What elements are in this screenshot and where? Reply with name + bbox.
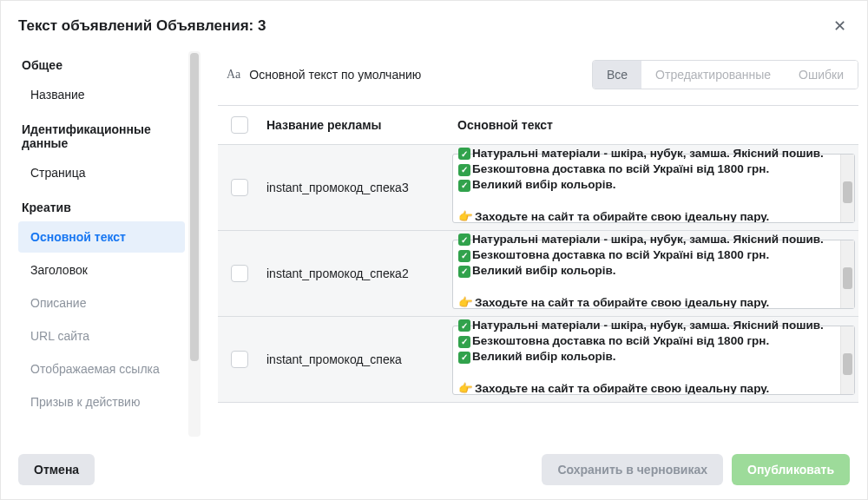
textarea-scrollbar[interactable] xyxy=(840,155,854,222)
row-checkbox[interactable] xyxy=(231,179,248,196)
primary-text-textarea[interactable]: ✓Натуральні матеріали - шкіра, нубук, за… xyxy=(452,326,855,395)
sidebar: Общее Название Идентификационные данные … xyxy=(18,48,188,440)
toolbar-label: Основной текст по умолчанию xyxy=(249,68,421,82)
primary-text-textarea[interactable]: ✓Натуральні матеріали - шкіра, нубук, за… xyxy=(452,154,855,223)
ads-table: Название рекламы Основной текст instant_… xyxy=(218,105,858,440)
section-head-creative: Креатив xyxy=(18,190,185,220)
sidebar-item-headline[interactable]: Заголовок xyxy=(18,254,185,286)
textarea-content: ✓Натуральні матеріали - шкіра, нубук, за… xyxy=(453,145,840,222)
sidebar-scroll-thumb[interactable] xyxy=(190,53,199,361)
sidebar-item-primary-text[interactable]: Основной текст xyxy=(18,221,185,253)
row-name: instant_промокод_спека3 xyxy=(261,168,452,207)
close-icon[interactable]: ✕ xyxy=(830,13,850,39)
check-emoji-icon: ✓ xyxy=(458,148,470,160)
footer-right: Сохранить в черновиках Опубликовать xyxy=(542,454,850,485)
check-emoji-icon: ✓ xyxy=(458,319,470,332)
sidebar-item-cta[interactable]: Призыв к действию xyxy=(18,386,185,418)
check-emoji-icon: ✓ xyxy=(458,250,470,262)
dialog-title: Текст объявлений Объявления: 3 xyxy=(18,17,266,35)
head-check-cell xyxy=(218,106,261,144)
table-body: instant_промокод_спека3 ✓Натуральні мате… xyxy=(218,145,858,440)
dialog-footer: Отмена Сохранить в черновиках Опубликова… xyxy=(1,440,867,499)
pointing-emoji-icon: 👉 xyxy=(458,382,473,394)
main-panel: Aa Основной текст по умолчанию Все Отред… xyxy=(201,48,858,440)
dialog-body: Общее Название Идентификационные данные … xyxy=(1,48,867,440)
row-name: instant_промокод_спека2 xyxy=(261,254,452,293)
textarea-scroll-thumb[interactable] xyxy=(843,353,852,375)
save-draft-button[interactable]: Сохранить в черновиках xyxy=(542,454,723,485)
toolbar: Aa Основной текст по умолчанию Все Отред… xyxy=(218,48,858,105)
filter-all-button[interactable]: Все xyxy=(593,61,641,89)
section-head-ident: Идентификационные данные xyxy=(18,112,185,155)
row-checkbox[interactable] xyxy=(231,351,248,368)
table-row: instant_промокод_спека3 ✓Натуральні мате… xyxy=(218,145,858,231)
textarea-scroll-thumb[interactable] xyxy=(843,267,852,289)
textarea-scrollbar[interactable] xyxy=(840,240,854,308)
table-row: instant_промокод_спека2 ✓Натуральні мате… xyxy=(218,231,858,317)
head-text: Основной текст xyxy=(452,106,858,144)
textarea-scrollbar[interactable] xyxy=(840,326,854,394)
filter-edited-button[interactable]: Отредактированные xyxy=(641,61,785,89)
section-head-general: Общее xyxy=(18,48,185,77)
sidebar-item-name[interactable]: Название xyxy=(18,79,185,110)
dialog: Текст объявлений Объявления: 3 ✕ Общее Н… xyxy=(0,0,868,500)
sidebar-item-page[interactable]: Страница xyxy=(18,157,185,188)
check-emoji-icon: ✓ xyxy=(458,336,470,348)
check-emoji-icon: ✓ xyxy=(458,180,470,192)
sidebar-item-website-url[interactable]: URL сайта xyxy=(18,320,185,352)
check-emoji-icon: ✓ xyxy=(458,352,470,364)
text-icon: Aa xyxy=(227,68,240,82)
row-name: instant_промокод_спека xyxy=(261,340,452,378)
pointing-emoji-icon: 👉 xyxy=(458,296,473,308)
primary-text-textarea[interactable]: ✓Натуральні матеріали - шкіра, нубук, за… xyxy=(452,240,855,309)
publish-button[interactable]: Опубликовать xyxy=(732,454,850,485)
dialog-header: Текст объявлений Объявления: 3 ✕ xyxy=(1,1,867,48)
check-emoji-icon: ✓ xyxy=(458,164,470,176)
check-emoji-icon: ✓ xyxy=(458,266,470,278)
sidebar-scrollbar[interactable] xyxy=(188,51,201,437)
head-name: Название рекламы xyxy=(261,106,452,144)
sidebar-item-display-link[interactable]: Отображаемая ссылка xyxy=(18,353,185,385)
textarea-content: ✓Натуральні матеріали - шкіра, нубук, за… xyxy=(453,314,840,394)
sidebar-wrap: Общее Название Идентификационные данные … xyxy=(18,48,201,440)
cancel-button[interactable]: Отмена xyxy=(18,454,95,485)
pointing-emoji-icon: 👉 xyxy=(458,210,473,222)
filter-segment: Все Отредактированные Ошибки xyxy=(592,60,858,89)
textarea-scroll-thumb[interactable] xyxy=(843,181,852,203)
row-checkbox[interactable] xyxy=(231,265,248,282)
table-head: Название рекламы Основной текст xyxy=(218,105,858,145)
textarea-content: ✓Натуральні матеріали - шкіра, нубук, за… xyxy=(453,228,840,308)
table-row: instant_промокод_спека ✓Натуральні матер… xyxy=(218,317,858,403)
toolbar-left: Aa Основной текст по умолчанию xyxy=(227,68,421,82)
filter-errors-button[interactable]: Ошибки xyxy=(785,61,858,89)
select-all-checkbox[interactable] xyxy=(231,116,248,134)
check-emoji-icon: ✓ xyxy=(458,234,470,246)
sidebar-item-description[interactable]: Описание xyxy=(18,287,185,319)
